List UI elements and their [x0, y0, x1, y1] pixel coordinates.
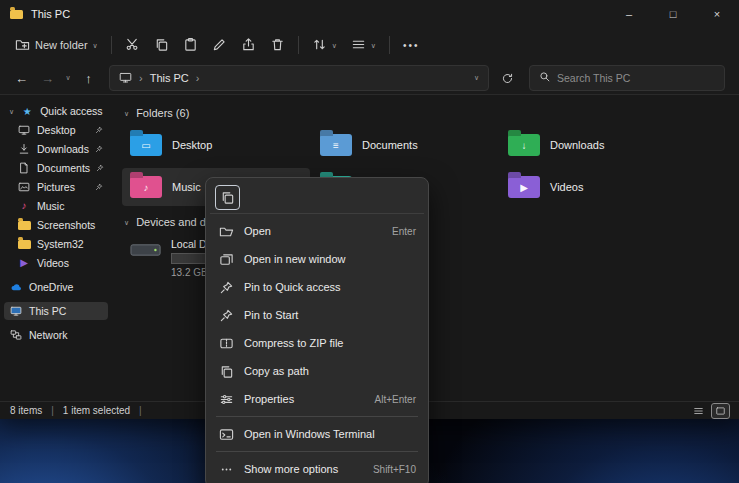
folder-name: Documents [362, 139, 418, 151]
monitor-glyph: ▭ [130, 134, 162, 156]
pin-icon [95, 126, 103, 134]
items-count: 8 items [10, 405, 42, 416]
network-icon [9, 329, 23, 341]
rename-button[interactable] [205, 32, 234, 59]
menu-divider [216, 451, 418, 452]
cut-button[interactable] [118, 32, 147, 59]
large-icons-view-button[interactable] [712, 404, 729, 418]
copy-path-icon [218, 364, 234, 379]
up-button[interactable]: ↑ [77, 71, 100, 86]
breadcrumb[interactable]: This PC [150, 72, 189, 84]
music-note-icon: ♪ [17, 201, 31, 211]
collapse-chevron-icon[interactable]: ∨ [124, 219, 129, 226]
more-options-icon [218, 462, 234, 477]
context-menu-quick-actions [210, 182, 424, 214]
chevron-down-icon: ∨ [332, 42, 337, 49]
folder-tile-desktop[interactable]: ▭ Desktop [122, 126, 310, 164]
refresh-button[interactable] [494, 65, 520, 91]
paste-button[interactable] [176, 32, 205, 59]
sidebar-item-videos[interactable]: ▶ Videos [4, 254, 108, 272]
cut-icon [125, 37, 140, 54]
folder-name: Music [172, 181, 201, 193]
context-menu: Open Enter Open in new window Pin to Qui… [205, 177, 429, 483]
documents-folder-icon: ≡ [320, 134, 352, 156]
menu-item-compress-to-zip[interactable]: Compress to ZIP file [210, 329, 424, 357]
menu-item-label: Open in new window [244, 253, 346, 265]
down-arrow-glyph: ↓ [508, 134, 540, 156]
breadcrumb-separator: › [139, 72, 143, 84]
pin-icon [218, 308, 234, 323]
music-note-glyph: ♪ [130, 176, 162, 198]
desktop-icon [17, 124, 31, 136]
copy-button[interactable] [147, 32, 176, 59]
sidebar-item-quick-access[interactable]: ∨ ★ Quick access [4, 102, 108, 120]
copy-icon [154, 37, 169, 54]
menu-item-label: Properties [244, 393, 294, 405]
folder-icon [17, 240, 31, 249]
menu-item-open-in-new-window[interactable]: Open in new window [210, 245, 424, 273]
pin-icon [95, 145, 103, 153]
forward-button[interactable]: → [36, 71, 59, 86]
sidebar-item-label: Documents [37, 162, 90, 174]
menu-item-label: Pin to Start [244, 309, 298, 321]
title-bar[interactable]: This PC – □ × [0, 0, 739, 28]
menu-item-label: Show more options [244, 463, 338, 475]
menu-item-show-more-options[interactable]: Show more options Shift+F10 [210, 455, 424, 483]
collapse-chevron-icon[interactable]: ∨ [124, 110, 129, 117]
maximize-button[interactable]: □ [651, 0, 695, 28]
new-folder-label: New folder [35, 39, 88, 51]
sidebar-item-music[interactable]: ♪ Music [4, 197, 108, 215]
menu-item-pin-to-quick-access[interactable]: Pin to Quick access [210, 273, 424, 301]
menu-item-label: Pin to Quick access [244, 281, 341, 293]
view-button[interactable]: ∨ [344, 32, 383, 59]
menu-item-shortcut: Enter [392, 226, 416, 237]
minimize-button[interactable]: – [607, 0, 651, 28]
back-button[interactable]: ← [10, 71, 33, 86]
sidebar-item-screenshots[interactable]: Screenshots [4, 216, 108, 234]
sidebar-item-network[interactable]: Network [4, 326, 108, 344]
sidebar-item-downloads[interactable]: Downloads [4, 140, 108, 158]
menu-item-properties[interactable]: Properties Alt+Enter [210, 385, 424, 413]
view-icon [351, 37, 366, 54]
address-dropdown-chevron-icon[interactable]: ∨ [474, 74, 479, 82]
sidebar-item-onedrive[interactable]: OneDrive [4, 278, 108, 296]
recent-locations-chevron-icon[interactable]: ∨ [62, 74, 74, 82]
toolbar-divider [111, 36, 112, 54]
search-input[interactable] [557, 72, 715, 84]
folder-tile-downloads[interactable]: ↓ Downloads [500, 126, 700, 164]
menu-item-open[interactable]: Open Enter [210, 217, 424, 245]
menu-item-open-in-windows-terminal[interactable]: Open in Windows Terminal [210, 420, 424, 448]
folder-name: Videos [550, 181, 583, 193]
sidebar-item-pictures[interactable]: Pictures [4, 178, 108, 196]
menu-item-pin-to-start[interactable]: Pin to Start [210, 301, 424, 329]
details-view-button[interactable] [690, 404, 707, 418]
sidebar-item-documents[interactable]: Documents [4, 159, 108, 177]
address-bar[interactable]: › This PC › ∨ [109, 65, 489, 91]
folders-section-header[interactable]: ∨ Folders (6) [124, 107, 739, 119]
delete-button[interactable] [263, 32, 292, 59]
sidebar-item-desktop[interactable]: Desktop [4, 121, 108, 139]
search-box [529, 65, 725, 91]
downloads-folder-icon: ↓ [508, 134, 540, 156]
copy-icon[interactable] [215, 185, 240, 210]
sidebar-item-label: This PC [29, 305, 66, 317]
new-folder-button[interactable]: New folder ∨ [8, 32, 105, 59]
sidebar-item-system32[interactable]: System32 [4, 235, 108, 253]
menu-item-copy-as-path[interactable]: Copy as path [210, 357, 424, 385]
see-more-button[interactable]: ••• [396, 35, 427, 56]
share-button[interactable] [234, 32, 263, 59]
expand-chevron-icon[interactable]: ∨ [9, 108, 14, 115]
window-controls: – □ × [607, 0, 739, 28]
sidebar-item-label: Desktop [37, 124, 76, 136]
search-icon [539, 71, 551, 85]
navigation-bar: ← → ∨ ↑ › This PC › ∨ [0, 62, 739, 95]
open-icon [218, 224, 234, 239]
sidebar-item-this-pc[interactable]: This PC [4, 302, 108, 320]
folder-tile-videos[interactable]: ▶ Videos [500, 168, 700, 206]
pin-icon [95, 183, 103, 191]
sort-button[interactable]: ∨ [305, 32, 344, 59]
close-button[interactable]: × [695, 0, 739, 28]
status-divider: | [51, 405, 54, 416]
play-glyph: ▶ [508, 176, 540, 198]
folder-tile-documents[interactable]: ≡ Documents [312, 126, 498, 164]
